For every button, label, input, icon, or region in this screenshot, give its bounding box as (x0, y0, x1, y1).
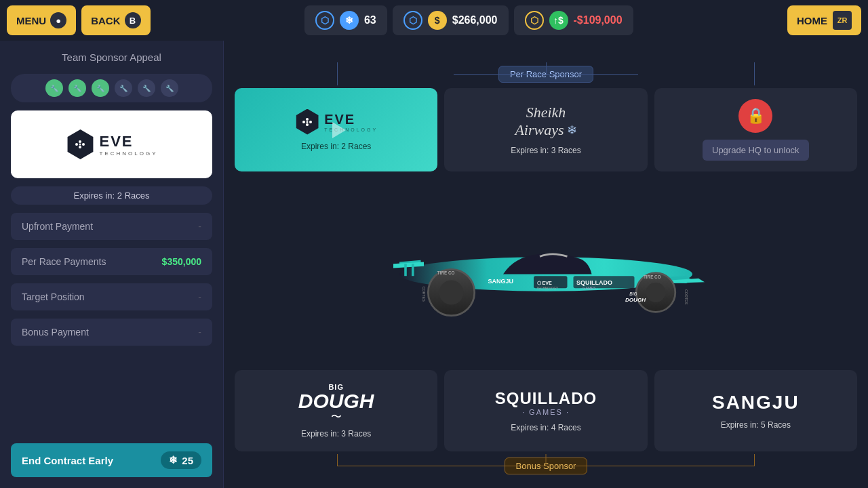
bonus-v-right (754, 454, 755, 466)
right-panel: Per Race Sponsor (224, 41, 868, 488)
sponsor-card-sangju[interactable]: SANGJU Expires in: 5 Races (654, 370, 857, 451)
sponsor-dot-1: 🔧 (45, 79, 63, 97)
bottom-sponsor-section: BIG DOUGH 〜 Expires in: 3 Races SQUILLAD… (235, 370, 857, 477)
cost-value: 25 (182, 455, 193, 466)
home-icon: ZR (833, 11, 852, 30)
svg-text:CORTES: CORTES (684, 289, 688, 305)
sponsor-card-locked: 🔒 Upgrade HQ to unlock (654, 88, 857, 171)
top-sponsor-cards: EVE TECHNOLOGY Expires in: 2 Races Sheik… (235, 88, 857, 171)
target-value: - (198, 291, 201, 302)
menu-label: MENU (16, 15, 46, 26)
sponsor-dot-5: 🔧 (138, 79, 155, 97)
bonus-payment-row: Bonus Payment - (11, 319, 212, 346)
svg-text:TECHNOLOGY: TECHNOLOGY (537, 287, 559, 290)
svg-point-7 (309, 121, 312, 123)
bonus-value: - (198, 327, 201, 338)
bigdough-expires: Expires in: 3 Races (301, 429, 371, 439)
sponsor-card-eve[interactable]: EVE TECHNOLOGY Expires in: 2 Races (235, 88, 437, 171)
menu-button[interactable]: MENU ● (7, 5, 76, 35)
top-bar: MENU ● BACK B ⬡ ❄ 63 ⬡ $ $266,000 ⬡ ↑$ -… (0, 0, 868, 41)
network-stat: ⬡ ❄ 63 (304, 5, 387, 35)
network-icon: ⬡ (315, 11, 334, 30)
svg-text:SANGJU: SANGJU (488, 278, 514, 285)
svg-point-14 (646, 283, 666, 302)
squillado-expires: Expires in: 4 Races (511, 423, 580, 432)
target-position-row: Target Position - (11, 283, 212, 310)
f1-car-svg: TIRE CO TIRE CO ⬡ EVE TECHNOLOGY SQUILLA… (329, 210, 763, 332)
car-area: TIRE CO TIRE CO ⬡ EVE TECHNOLOGY SQUILLA… (235, 180, 857, 362)
svg-text:BIG: BIG (629, 291, 637, 296)
svg-point-8 (306, 123, 309, 126)
back-icon: B (125, 12, 141, 28)
per-race-label: Per Race Payments (22, 256, 106, 267)
network-icon3: ⬡ (525, 11, 544, 30)
svg-text:TIRE CO: TIRE CO (644, 274, 661, 279)
per-race-v-center (546, 62, 547, 74)
eve-sub: TECHNOLOGY (99, 150, 157, 157)
eve-name: EVE (99, 133, 157, 150)
sponsor-card-squillado[interactable]: SQUILLADO · GAMES · Expires in: 4 Races (444, 370, 647, 451)
cost-icon: ❄ (169, 454, 178, 466)
end-contract-button[interactable]: End Contract Early ❄ 25 (11, 443, 212, 477)
play-cursor (332, 122, 346, 138)
svg-rect-11 (404, 264, 407, 276)
menu-icon: ● (50, 12, 66, 28)
spend-stat: ⬡ ↑$ -$109,000 (514, 5, 633, 35)
per-race-h-line (454, 74, 638, 75)
bonus-v-center (546, 454, 547, 466)
sangju-logo: SANGJU (712, 392, 800, 413)
sponsor-dot-3: 🔧 (92, 79, 109, 97)
end-contract-label: End Contract Early (22, 455, 113, 466)
svg-point-6 (306, 118, 309, 121)
money-stat: ⬡ $ $266,000 (393, 5, 509, 35)
back-button[interactable]: BACK B (81, 5, 150, 35)
sponsor-logo-box: EVE TECHNOLOGY (11, 110, 212, 178)
svg-text:TIRE CO: TIRE CO (437, 270, 455, 274)
svg-point-2 (82, 143, 85, 146)
svg-point-5 (302, 121, 305, 123)
back-label: BACK (91, 15, 120, 26)
sheikh-expires: Expires in: 3 Races (511, 146, 580, 155)
target-label: Target Position (22, 291, 85, 302)
svg-point-3 (79, 146, 81, 148)
per-race-v-right (754, 62, 755, 85)
sponsor-dot-2: 🔧 (68, 79, 86, 97)
home-button[interactable]: HOME ZR (787, 5, 861, 35)
sangju-expires: Expires in: 5 Races (721, 420, 791, 430)
per-race-value: $350,000 (162, 256, 201, 267)
eve-card-hex (294, 109, 320, 135)
stat1-value: 63 (364, 14, 376, 26)
snowflake-icon: ❄ (340, 11, 359, 30)
sponsor-dot-4: 🔧 (115, 79, 132, 97)
sponsor-card-sheikh[interactable]: Sheikh Airways ❄ Expires in: 3 Races (444, 88, 647, 171)
svg-text:⬡ EVE: ⬡ EVE (537, 279, 553, 285)
left-expires: Expires in: 2 Races (11, 186, 212, 205)
sheikh-logo: Sheikh Airways ❄ (515, 104, 576, 138)
lock-icon: 🔒 (738, 99, 772, 133)
sponsor-card-bigdough[interactable]: BIG DOUGH 〜 Expires in: 3 Races (235, 370, 437, 451)
network-icon2: ⬡ (403, 11, 422, 30)
eve-hex-icon (65, 129, 95, 159)
dollar-icon: $ (428, 11, 447, 30)
bonus-v-left (337, 454, 338, 466)
arrow-icon: ↑$ (549, 11, 568, 30)
bonus-h-line (337, 466, 754, 466)
bonus-label: Bonus Payment (22, 327, 89, 338)
sponsor-dot-6: 🔧 (161, 79, 178, 97)
stat3-value: -$109,000 (574, 14, 623, 26)
top-sponsor-section: Per Race Sponsor (235, 62, 857, 171)
svg-point-9 (307, 121, 309, 123)
svg-point-1 (79, 140, 81, 143)
bigdough-logo: BIG DOUGH 〜 (298, 384, 374, 422)
per-race-row: Per Race Payments $350,000 (11, 248, 212, 275)
svg-text:· GAMES ·: · GAMES · (580, 286, 597, 290)
svg-text:DOUGH: DOUGH (625, 297, 646, 303)
end-contract-cost: ❄ 25 (161, 451, 201, 469)
upfront-value: - (198, 221, 201, 232)
per-race-v-left (337, 62, 338, 85)
stat2-value: $266,000 (452, 14, 498, 26)
svg-rect-12 (412, 264, 414, 276)
svg-point-16 (439, 280, 464, 304)
left-panel: Team Sponsor Appeal 🔧 🔧 🔧 🔧 🔧 🔧 (0, 41, 224, 488)
unlock-text: Upgrade HQ to unlock (703, 140, 809, 161)
